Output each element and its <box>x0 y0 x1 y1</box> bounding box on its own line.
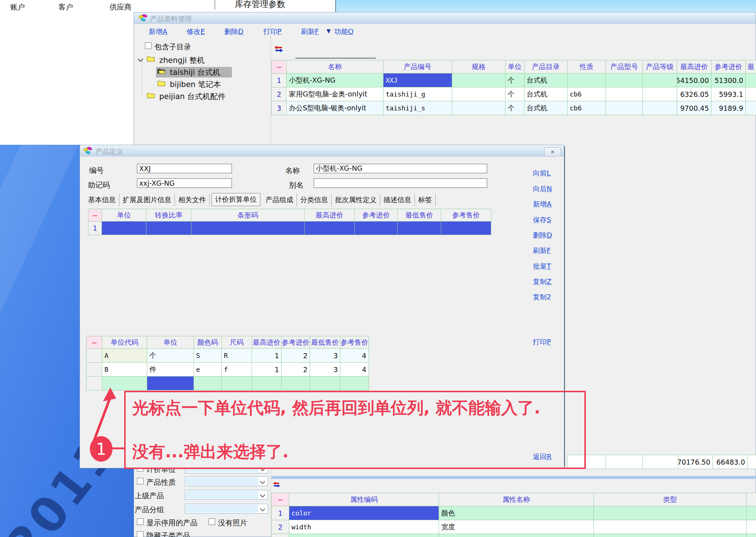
table-cell[interactable]: 3 <box>310 363 340 377</box>
table-cell[interactable] <box>746 73 756 87</box>
return-button[interactable]: 返回R <box>533 452 551 462</box>
table-cell[interactable] <box>643 87 677 101</box>
table-header-cell[interactable]: 属性编码 <box>289 493 439 506</box>
row-number-cell[interactable]: 2 <box>272 87 287 101</box>
table-cell[interactable] <box>222 377 252 390</box>
table-cell[interactable]: 台式机 <box>524 101 568 115</box>
add-button[interactable]: 新增A <box>533 200 551 209</box>
table-header-cell[interactable]: 最高进价 <box>252 336 282 349</box>
table-cell[interactable] <box>452 87 505 101</box>
table-cell[interactable]: 4 <box>340 363 369 377</box>
menu-item-account[interactable]: 账户 <box>10 2 25 12</box>
table-cell[interactable] <box>452 101 505 115</box>
delete-button[interactable]: 删除D <box>533 231 552 240</box>
table-cell[interactable]: 小型机-XG-NG <box>287 73 383 87</box>
row-number-cell[interactable]: 1 <box>272 506 289 520</box>
table-header-cell[interactable]: − <box>88 209 102 222</box>
table-header-cell[interactable]: 参考进价 <box>355 209 398 222</box>
sort-swap-icon[interactable] <box>274 45 283 53</box>
table-header-cell[interactable]: 产品型号 <box>606 60 643 73</box>
dialog-titlebar[interactable]: 产品定义 ✕ <box>80 145 564 156</box>
copy2-button[interactable]: 复制2 <box>533 292 551 302</box>
table-header-cell[interactable]: − <box>272 60 287 73</box>
product-group-combo[interactable] <box>185 504 268 514</box>
table-cell[interactable]: taishiji_s <box>383 101 452 115</box>
row-number-cell[interactable] <box>87 363 102 377</box>
alias-input[interactable] <box>314 178 487 188</box>
table-cell[interactable] <box>282 377 310 390</box>
next-button[interactable]: 向后N <box>533 184 552 194</box>
tree-item-taishiji[interactable]: taishiji 台式机 <box>170 67 220 77</box>
table-cell[interactable] <box>746 87 756 101</box>
menu-item-customer[interactable]: 客户 <box>58 2 73 12</box>
table-cell[interactable] <box>606 73 643 87</box>
tab-extended-info[interactable]: 扩展及图片信息 <box>119 194 175 206</box>
table-header-cell[interactable]: 转换比率 <box>146 209 191 222</box>
table-header-cell[interactable]: 最 <box>746 60 756 73</box>
table-cell-selected[interactable] <box>398 222 441 235</box>
table-cell[interactable]: 台式机 <box>524 73 568 87</box>
table-header-cell[interactable]: − <box>87 336 102 349</box>
table-header-cell[interactable]: 参考售价 <box>441 209 491 222</box>
table-cell[interactable] <box>747 520 756 534</box>
table-header-cell[interactable]: 最高进价 <box>677 60 711 73</box>
previous-button[interactable]: 向前L <box>533 169 551 178</box>
table-header-cell[interactable]: 单位 <box>505 60 524 73</box>
mnemonic-input[interactable]: xxj-XG-NG <box>137 178 232 188</box>
table-cell[interactable]: cb6 <box>568 101 606 115</box>
table-header-cell[interactable]: 名称 <box>287 60 383 73</box>
table-cell[interactable] <box>747 534 756 537</box>
table-cell[interactable]: 51300.0 <box>711 73 746 87</box>
tab-label[interactable]: 标签 <box>415 194 436 206</box>
table-cell[interactable] <box>252 377 282 390</box>
table-cell[interactable] <box>747 506 756 520</box>
table-cell[interactable]: 家用G型电脑-金奥-onlyit <box>287 87 383 101</box>
table-header-cell[interactable]: 尺码 <box>222 336 252 349</box>
tab-related-files[interactable]: 相关文件 <box>175 194 210 206</box>
table-header-cell[interactable]: 产品等级 <box>643 60 677 73</box>
table-header-cell[interactable]: 最低售价 <box>310 336 340 349</box>
toolbar-print-button[interactable]: 打印P <box>263 27 281 37</box>
row-number-cell[interactable]: 1 <box>272 73 287 87</box>
code-input[interactable]: XXJ <box>137 164 232 173</box>
sort-swap-icon[interactable] <box>273 481 280 488</box>
table-cell[interactable] <box>102 377 147 390</box>
locate-field-underline[interactable] <box>295 58 376 58</box>
hide-subclass-checkbox[interactable] <box>137 531 144 537</box>
table-cell[interactable] <box>289 534 439 537</box>
toolbar-delete-button[interactable]: 删除D <box>224 27 244 37</box>
table-cell[interactable] <box>606 87 643 101</box>
table-header-cell[interactable] <box>747 493 756 506</box>
table-cell[interactable]: 4 <box>340 349 369 363</box>
table-cell-selected[interactable]: XXJ <box>383 73 452 87</box>
table-cell[interactable] <box>606 101 643 115</box>
table-cell[interactable]: 54150.00 <box>677 73 711 87</box>
tab-batch-attributes[interactable]: 批次属性定义 <box>332 194 380 206</box>
table-cell[interactable]: 5993.1 <box>711 87 746 101</box>
table-cell-selected[interactable] <box>102 222 146 235</box>
table-cell[interactable] <box>194 377 222 390</box>
table-header-cell[interactable]: 属性名称 <box>439 493 594 506</box>
tree-item-bijiben[interactable]: bijiben 笔记本 <box>170 79 221 90</box>
parent-product-combo[interactable] <box>185 490 268 500</box>
name-input[interactable]: 小型机-XG-NG <box>314 164 487 173</box>
table-cell[interactable]: 9700.45 <box>677 101 711 115</box>
table-cell[interactable]: B <box>102 363 147 377</box>
row-number-cell[interactable]: 2 <box>272 520 289 534</box>
table-cell[interactable] <box>643 101 677 115</box>
table-cell[interactable]: 宽度 <box>439 520 594 534</box>
tab-description[interactable]: 描述信息 <box>380 194 415 206</box>
tree-expand-icon[interactable] <box>138 56 144 62</box>
table-header-cell[interactable]: 单位 <box>147 336 194 349</box>
table-cell[interactable]: 办公S型电脑-银奥-onlyit <box>287 101 383 115</box>
refresh-button[interactable]: 刷新F <box>533 246 551 256</box>
table-cell[interactable]: e <box>194 363 222 377</box>
tree-item-zhengji[interactable]: zhengji 整机 <box>159 55 205 65</box>
row-number-cell[interactable] <box>87 377 102 390</box>
table-cell[interactable] <box>594 506 747 520</box>
table-cell-selected[interactable] <box>191 222 305 235</box>
table-cell[interactable]: 个 <box>505 101 524 115</box>
table-cell[interactable]: 台式机 <box>524 87 568 101</box>
table-cell[interactable]: A <box>102 349 147 363</box>
table-cell[interactable] <box>310 377 340 390</box>
